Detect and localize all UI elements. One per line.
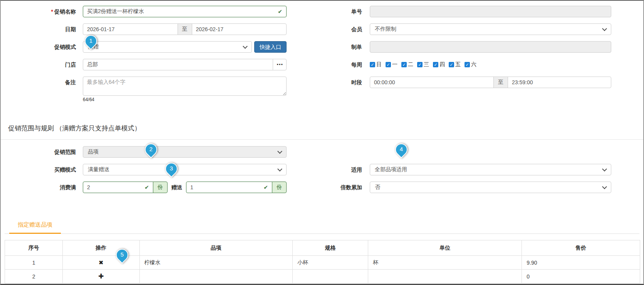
weekday-checkbox-fri[interactable]: ✓五 bbox=[449, 61, 461, 68]
tab-bar: 指定赠送品项 bbox=[5, 221, 639, 234]
gift-qty-input[interactable] bbox=[186, 182, 272, 193]
chevron-down-icon bbox=[602, 184, 607, 189]
member-label: 会员 bbox=[287, 23, 362, 35]
col-price: 售价 bbox=[522, 240, 640, 256]
item-cell bbox=[139, 270, 292, 283]
maker-input bbox=[370, 41, 611, 53]
chevron-down-icon bbox=[243, 44, 248, 49]
promo-name-input[interactable] bbox=[83, 6, 287, 17]
unit-cell bbox=[368, 270, 522, 283]
spec-cell: 小杯 bbox=[292, 256, 368, 270]
gift-unit-addon: 份 bbox=[272, 182, 287, 193]
date-label: 日期 bbox=[1, 23, 76, 35]
price-cell: 0 bbox=[522, 270, 640, 283]
remark-counter: 64/64 bbox=[83, 97, 94, 102]
time-end-input[interactable] bbox=[508, 77, 611, 88]
add-icon[interactable]: ✚ bbox=[98, 273, 104, 280]
col-seq: 序号 bbox=[5, 240, 63, 256]
threshold-qty-input[interactable] bbox=[83, 182, 153, 193]
promo-name-row: *促销名称 ✔ bbox=[1, 6, 287, 17]
scope-row: 促销范围 品项 bbox=[1, 146, 287, 158]
weekday-checkbox-sun[interactable]: ✓日 bbox=[370, 61, 382, 68]
checkbox-checked-icon: ✓ bbox=[433, 62, 438, 67]
spacer bbox=[287, 146, 611, 158]
store-label: 门店 bbox=[1, 59, 76, 70]
chevron-down-icon bbox=[602, 26, 607, 31]
promotion-basic-form: *促销名称 ✔ 日期 至 bbox=[1, 1, 643, 108]
col-unit: 单位 bbox=[368, 240, 522, 256]
apply-select[interactable]: 全部品项适用 bbox=[370, 164, 611, 175]
apply-row: 适用 全部品项适用 bbox=[287, 164, 611, 175]
chevron-down-icon bbox=[277, 167, 282, 172]
checkbox-checked-icon: ✓ bbox=[465, 62, 470, 67]
member-select[interactable]: 不作限制 bbox=[370, 23, 611, 35]
item-cell: 柠檬水 bbox=[139, 256, 292, 270]
date-to-addon: 至 bbox=[178, 23, 192, 35]
tab-gift-items[interactable]: 指定赠送品项 bbox=[9, 221, 61, 234]
multiple-label: 倍数累加 bbox=[287, 182, 362, 193]
weekday-checkbox-wed[interactable]: ✓三 bbox=[417, 61, 429, 68]
col-item: 品项 bbox=[139, 240, 292, 256]
promo-mode-select[interactable]: 满赠 bbox=[83, 41, 252, 53]
gift-mode-select[interactable]: 满量赠送 bbox=[83, 164, 287, 175]
time-start-input[interactable] bbox=[370, 77, 494, 88]
table-header-row: 序号 操作 品项 规格 单位 售价 bbox=[5, 240, 640, 256]
delete-icon[interactable]: ✖ bbox=[99, 259, 104, 266]
member-row: 会员 不作限制 bbox=[287, 23, 611, 35]
checkbox-checked-icon: ✓ bbox=[386, 62, 391, 67]
time-range-row: 时段 至 bbox=[287, 77, 611, 88]
weekday-checkbox-thu[interactable]: ✓四 bbox=[433, 61, 445, 68]
multiple-row: 倍数累加 否 bbox=[287, 182, 611, 193]
weekdays-label: 每周 bbox=[287, 59, 362, 70]
multiple-select[interactable]: 否 bbox=[370, 182, 611, 193]
date-end-input[interactable] bbox=[192, 23, 287, 35]
threshold-label: 消费满 bbox=[1, 182, 76, 193]
maker-label: 制单 bbox=[287, 41, 362, 53]
date-start-input[interactable] bbox=[83, 23, 178, 35]
apply-label: 适用 bbox=[287, 164, 362, 175]
quick-entry-button[interactable]: 快捷入口 bbox=[254, 41, 287, 53]
weekday-checkbox-mon[interactable]: ✓一 bbox=[386, 61, 397, 68]
remark-label: 备注 bbox=[1, 77, 76, 88]
gift-mode-row: 买赠模式 满量赠送 bbox=[1, 164, 287, 175]
promotion-rules-form: 促销范围 品项 买赠模式 满量赠送 消费满 bbox=[1, 140, 643, 199]
scope-label: 促销范围 bbox=[1, 146, 76, 158]
weekday-checkbox-sat[interactable]: ✓六 bbox=[465, 61, 476, 68]
remark-row: 备注 64/64 bbox=[1, 77, 287, 102]
store-row: 门店 ⋯ bbox=[1, 59, 287, 70]
promo-mode-row: 促销模式 满赠 快捷入口 bbox=[1, 41, 287, 53]
gift-mode-label: 买赠模式 bbox=[1, 164, 76, 175]
store-input[interactable] bbox=[83, 59, 273, 70]
checkbox-checked-icon: ✓ bbox=[370, 62, 375, 67]
weekdays-row: 每周 ✓日 ✓一 ✓二 ✓三 ✓四 ✓五 ✓六 bbox=[287, 59, 611, 70]
threshold-row: 消费满 ✔ 份 赠送 ✔ 份 bbox=[1, 182, 287, 193]
promotion-edit-page: *促销名称 ✔ 日期 至 bbox=[0, 0, 644, 285]
scope-select: 品项 bbox=[83, 146, 287, 158]
date-row: 日期 至 bbox=[1, 23, 287, 35]
threshold-unit-addon: 份 bbox=[153, 182, 168, 193]
ellipsis-icon: ⋯ bbox=[277, 62, 283, 68]
seq-cell: 2 bbox=[5, 270, 63, 283]
required-mark: * bbox=[51, 8, 53, 15]
order-no-label: 单号 bbox=[287, 6, 362, 17]
chevron-down-icon bbox=[602, 167, 607, 172]
weekday-checkbox-tue[interactable]: ✓二 bbox=[401, 61, 413, 68]
seq-cell: 1 bbox=[5, 256, 63, 270]
order-no-input bbox=[370, 6, 611, 17]
promo-name-label: *促销名称 bbox=[1, 6, 76, 17]
gift-items-table: 序号 操作 品项 规格 单位 售价 1 ✖ 柠檬水 小杯 杯 9.90 2 ✚ bbox=[5, 240, 640, 283]
time-range-label: 时段 bbox=[287, 77, 362, 88]
checkbox-checked-icon: ✓ bbox=[449, 62, 454, 67]
price-cell: 9.90 bbox=[522, 256, 640, 270]
promo-mode-label: 促销模式 bbox=[1, 41, 76, 53]
unit-cell: 杯 bbox=[368, 256, 522, 270]
gift-qty-label: 赠送 bbox=[171, 182, 182, 193]
table-row: 2 ✚ 0 bbox=[5, 270, 640, 283]
time-to-addon: 至 bbox=[493, 77, 508, 88]
chevron-down-icon bbox=[277, 149, 282, 154]
rules-section-title: 促销范围与规则 （满赠方案只支持点单模式） bbox=[8, 125, 643, 132]
store-more-button[interactable]: ⋯ bbox=[273, 59, 287, 70]
remark-textarea[interactable] bbox=[83, 77, 287, 96]
checkbox-checked-icon: ✓ bbox=[401, 62, 407, 67]
maker-row: 制单 bbox=[287, 41, 611, 53]
